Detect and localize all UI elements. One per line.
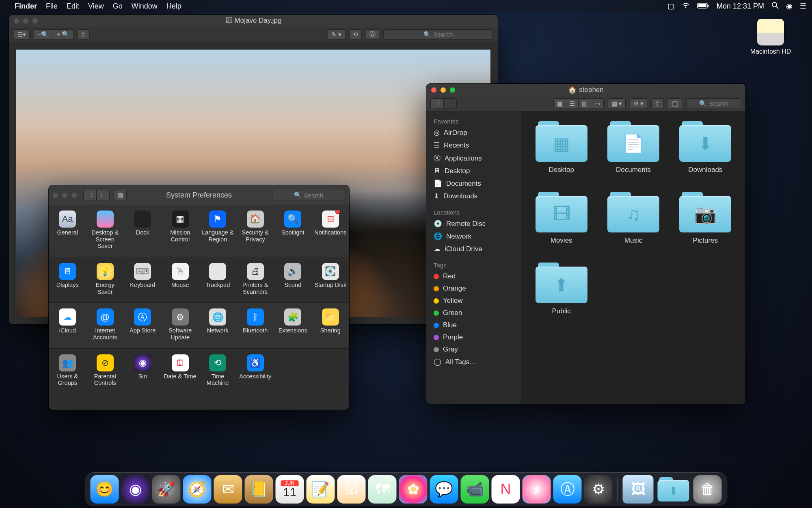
- list-view-button[interactable]: ☰: [566, 98, 578, 109]
- annotate-button[interactable]: Ⓐ: [366, 29, 379, 40]
- folder-downloads[interactable]: ⬇Downloads: [676, 121, 735, 174]
- pref-desktop-screensaver[interactable]: Desktop & Screen Saver: [86, 211, 124, 250]
- sidebar-item-documents[interactable]: 📄Documents: [426, 177, 521, 190]
- finder-titlebar[interactable]: 🏠 stephen: [426, 84, 745, 96]
- sidebar-item-desktop[interactable]: 🖥Desktop: [426, 165, 521, 177]
- dock-photos[interactable]: ✿: [399, 475, 428, 504]
- sidebar-item-downloads[interactable]: ⬇Downloads: [426, 190, 521, 202]
- desktop-volume[interactable]: Macintosh HD: [746, 19, 795, 55]
- action-button[interactable]: ⚙ ▾: [630, 98, 647, 109]
- dock-calendar[interactable]: JUN 11: [276, 475, 304, 504]
- pref-printers-scanners[interactable]: 🖨Printers & Scanners: [237, 263, 274, 295]
- pref-network[interactable]: 🌐Network: [199, 308, 237, 341]
- pref-displays[interactable]: 🖥Displays: [49, 263, 86, 295]
- show-all-button[interactable]: ▦: [114, 190, 127, 200]
- pref-extensions[interactable]: 🧩Extensions: [274, 308, 312, 341]
- wifi-icon[interactable]: [682, 2, 690, 11]
- pref-date-time[interactable]: 🗓Date & Time: [162, 354, 199, 386]
- airplay-icon[interactable]: ▢: [667, 2, 674, 11]
- sidebar-tag-gray[interactable]: Gray: [426, 343, 521, 356]
- gallery-view-button[interactable]: ▭: [591, 98, 604, 109]
- arrange-button[interactable]: ▦ ▾: [608, 98, 626, 109]
- folder-desktop[interactable]: ▦Desktop: [532, 121, 591, 174]
- forward-button[interactable]: 〉: [443, 98, 457, 109]
- menubar-app-name[interactable]: Finder: [15, 2, 37, 11]
- pref-icloud[interactable]: ☁iCloud: [49, 308, 86, 341]
- dock-downloads-stack[interactable]: ⬇: [656, 475, 691, 504]
- dock-maps[interactable]: 🗺: [368, 475, 397, 504]
- pref-language-region[interactable]: ⚑Language & Region: [199, 211, 237, 250]
- pref-spotlight[interactable]: 🔍Spotlight: [274, 211, 312, 250]
- sidebar-all-tags[interactable]: ◯All Tags…: [426, 356, 521, 368]
- menu-go[interactable]: Go: [113, 2, 123, 11]
- sidebar-tag-green[interactable]: Green: [426, 307, 521, 319]
- pref-general[interactable]: AaGeneral: [49, 211, 86, 250]
- sidebar-item-recents[interactable]: ☰Recents: [426, 139, 521, 152]
- folder-movies[interactable]: 🎞Movies: [532, 192, 591, 245]
- dock-news[interactable]: N: [492, 475, 520, 504]
- pref-internet-accounts[interactable]: @Internet Accounts: [86, 308, 124, 341]
- preview-titlebar[interactable]: 🖼 Mojave Day.jpg: [9, 15, 498, 27]
- pref-time-machine[interactable]: ⟲Time Machine: [199, 354, 237, 386]
- pref-mouse[interactable]: 🖱Mouse: [162, 263, 199, 295]
- sidebar-tag-purple[interactable]: Purple: [426, 331, 521, 343]
- window-controls[interactable]: [431, 87, 455, 93]
- menu-view[interactable]: View: [88, 2, 104, 11]
- menubar-clock[interactable]: Mon 12:31 PM: [717, 2, 764, 11]
- dock-safari[interactable]: 🧭: [183, 475, 212, 504]
- pref-bluetooth[interactable]: ᛒBluetooth: [237, 308, 274, 341]
- rotate-button[interactable]: ⟲: [349, 29, 362, 40]
- sidebar-item-airdrop[interactable]: ◎AirDrop: [426, 126, 521, 139]
- dock-launchpad[interactable]: 🚀: [152, 475, 181, 504]
- pref-siri[interactable]: ◉Siri: [124, 354, 162, 386]
- sidebar-item-remote-disc[interactable]: 💿Remote Disc: [426, 217, 521, 230]
- pref-dock[interactable]: Dock: [124, 211, 162, 250]
- pref-energy-saver[interactable]: 💡Energy Saver: [86, 263, 124, 295]
- dock-mail[interactable]: ✉: [214, 475, 242, 504]
- back-button[interactable]: 〈: [83, 190, 96, 200]
- sidebar-tag-orange[interactable]: Orange: [426, 282, 521, 295]
- pref-users-groups[interactable]: 👥Users & Groups: [49, 354, 86, 386]
- dock-finder[interactable]: 😊: [91, 475, 119, 504]
- spotlight-icon[interactable]: [771, 2, 779, 11]
- pref-app-store[interactable]: ⒶApp Store: [124, 308, 162, 341]
- pref-sharing[interactable]: 📁Sharing: [312, 308, 350, 341]
- dock-siri[interactable]: ◉: [121, 475, 150, 504]
- forward-button[interactable]: 〉: [96, 190, 110, 200]
- pref-keyboard[interactable]: ⌨Keyboard: [124, 263, 162, 295]
- pref-mission-control[interactable]: ▦Mission Control: [162, 211, 199, 250]
- sidebar-tag-red[interactable]: Red: [426, 270, 521, 282]
- pref-startup-disk[interactable]: 💽Startup Disk: [312, 263, 350, 295]
- battery-icon[interactable]: [697, 2, 709, 11]
- dock-desktop-thumb[interactable]: 🖼: [623, 475, 654, 504]
- window-controls[interactable]: [53, 193, 77, 198]
- dock-notes[interactable]: 📝: [307, 475, 335, 504]
- finder-search[interactable]: 🔍 Search: [686, 98, 741, 109]
- pref-security-privacy[interactable]: 🏠Security & Privacy: [237, 211, 274, 250]
- sidebar-toggle-button[interactable]: ☰▾: [14, 29, 30, 40]
- share-button[interactable]: ⇧: [77, 29, 90, 40]
- dock-system-preferences[interactable]: ⚙: [584, 475, 613, 504]
- column-view-button[interactable]: ▥: [578, 98, 591, 109]
- markup-button[interactable]: ✎ ▾: [328, 29, 345, 40]
- dock-itunes[interactable]: ♪: [523, 475, 551, 504]
- dock-facetime[interactable]: 📹: [461, 475, 489, 504]
- pref-sound[interactable]: 🔊Sound: [274, 263, 312, 295]
- menu-file[interactable]: File: [46, 2, 58, 11]
- pref-software-update[interactable]: ⚙Software Update: [162, 308, 199, 341]
- notification-center-icon[interactable]: ☰: [800, 2, 806, 11]
- menu-help[interactable]: Help: [166, 2, 181, 11]
- pref-trackpad[interactable]: Trackpad: [199, 263, 237, 295]
- share-button[interactable]: ⇧: [651, 98, 664, 109]
- sidebar-item-applications[interactable]: ⒶApplications: [426, 152, 521, 165]
- menu-edit[interactable]: Edit: [67, 2, 79, 11]
- folder-documents[interactable]: 📄Documents: [604, 121, 663, 174]
- siri-menubar-icon[interactable]: ◉: [786, 2, 793, 11]
- sidebar-item-network[interactable]: 🌐Network: [426, 230, 521, 243]
- sidebar-tag-yellow[interactable]: Yellow: [426, 295, 521, 307]
- window-controls[interactable]: [14, 18, 38, 24]
- pref-accessibility[interactable]: ♿Accessibility: [237, 354, 274, 386]
- dock-reminders[interactable]: ☑: [337, 475, 366, 504]
- dock-contacts[interactable]: 📒: [245, 475, 273, 504]
- sidebar-item-icloud-drive[interactable]: ☁iCloud Drive: [426, 243, 521, 255]
